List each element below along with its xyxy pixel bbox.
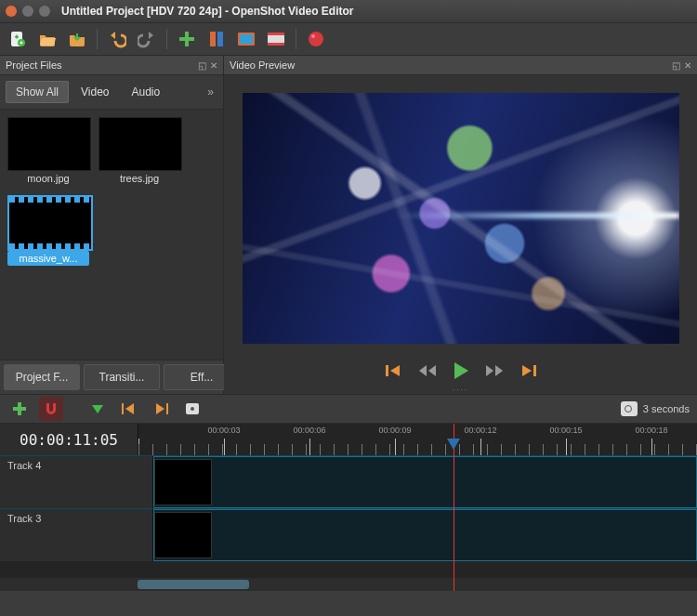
track-row: Track 3 xyxy=(0,508,697,561)
magnet-icon xyxy=(44,401,59,416)
rewind-button[interactable] xyxy=(418,361,437,380)
track-name: Track 3 xyxy=(7,513,41,524)
svg-point-24 xyxy=(191,407,194,411)
tab-transitions[interactable]: Transiti... xyxy=(84,364,160,390)
track-lane[interactable] xyxy=(153,456,697,508)
play-button[interactable] xyxy=(452,361,470,380)
add-marker-button[interactable] xyxy=(85,397,110,421)
window-minimize-button[interactable] xyxy=(22,6,33,17)
save-icon xyxy=(68,30,86,48)
svg-rect-22 xyxy=(166,403,168,414)
tick-label: 00:00:03 xyxy=(207,426,240,435)
svg-rect-14 xyxy=(268,43,284,46)
close-panel-icon[interactable]: ✕ xyxy=(684,60,691,71)
separator xyxy=(296,29,296,49)
tab-project-files[interactable]: Project F... xyxy=(4,364,80,390)
svg-rect-20 xyxy=(13,407,26,411)
timeline-hscrollbar[interactable] xyxy=(0,578,697,591)
center-playhead-button[interactable] xyxy=(180,397,204,421)
project-file-item[interactable]: trees.jpg xyxy=(99,117,180,186)
svg-rect-2 xyxy=(16,35,18,39)
record-icon xyxy=(307,30,325,48)
redo-button[interactable] xyxy=(135,27,159,51)
choose-profile-button[interactable] xyxy=(204,27,229,51)
center-icon xyxy=(185,402,200,415)
separator xyxy=(166,29,167,49)
record-button[interactable] xyxy=(304,27,328,51)
track-row: Track 4 xyxy=(0,455,697,508)
video-preview-header: Video Preview ◱ ✕ xyxy=(224,56,697,75)
preview-frame[interactable] xyxy=(243,93,679,344)
timeline-ruler[interactable]: 00:00:03 00:00:06 00:00:09 00:00:12 00:0… xyxy=(138,424,697,455)
snap-button[interactable] xyxy=(39,397,63,421)
timeline-toolbar: 3 seconds xyxy=(0,394,697,424)
marker-down-icon xyxy=(91,402,104,415)
track-header[interactable]: Track 4 xyxy=(0,456,153,508)
project-files-title: Project Files xyxy=(6,59,62,71)
detach-panel-icon[interactable]: ◱ xyxy=(198,60,206,71)
scrollbar-thumb[interactable] xyxy=(138,580,249,589)
prev-marker-button[interactable] xyxy=(117,397,141,421)
window-close-button[interactable] xyxy=(6,6,17,17)
close-panel-icon[interactable]: ✕ xyxy=(210,60,217,71)
project-file-item[interactable]: massive_w... xyxy=(7,195,89,266)
redo-icon xyxy=(138,30,156,48)
jump-end-button[interactable] xyxy=(519,361,537,380)
zoom-slider-icon[interactable] xyxy=(621,401,638,416)
jump-start-icon xyxy=(386,363,402,378)
add-track-button[interactable] xyxy=(7,397,32,421)
ruler-row: 00:00:11:05 00:00:03 00:00:06 00:00:09 0… xyxy=(0,424,697,455)
playhead[interactable] xyxy=(454,424,454,591)
svg-rect-5 xyxy=(20,42,21,45)
track-lane[interactable] xyxy=(153,509,697,561)
tick-label: 00:00:09 xyxy=(378,426,411,435)
export-video-button[interactable] xyxy=(264,27,288,51)
preview-area xyxy=(224,75,697,353)
import-files-button[interactable] xyxy=(175,27,199,51)
timeline-clip[interactable] xyxy=(154,459,212,505)
project-files-grid[interactable]: moon.jpg trees.jpg massive_w... xyxy=(0,110,223,360)
detach-panel-icon[interactable]: ◱ xyxy=(672,60,680,71)
save-project-button[interactable] xyxy=(65,27,89,51)
undo-button[interactable] xyxy=(105,27,129,51)
timeline-clip[interactable] xyxy=(154,512,212,558)
middle-area: Project Files ◱ ✕ Show All Video Audio »… xyxy=(0,56,697,394)
filter-show-all[interactable]: Show All xyxy=(6,81,69,103)
fast-forward-button[interactable] xyxy=(485,361,504,380)
window-title: Untitled Project [HDV 720 24p] - OpenSho… xyxy=(61,5,353,18)
next-marker-icon xyxy=(153,402,168,415)
separator xyxy=(97,29,98,49)
track-name: Track 4 xyxy=(7,460,41,471)
filter-video[interactable]: Video xyxy=(71,81,119,103)
track-header[interactable]: Track 3 xyxy=(0,509,153,561)
project-file-item[interactable]: moon.jpg xyxy=(7,117,89,186)
svg-rect-9 xyxy=(217,32,223,46)
zoom-label: 3 seconds xyxy=(643,403,690,414)
video-preview-panel: Video Preview ◱ ✕ xyxy=(224,56,697,394)
fullscreen-button[interactable] xyxy=(234,27,258,51)
export-icon xyxy=(267,32,285,46)
tick-label: 00:00:06 xyxy=(293,426,325,435)
svg-point-15 xyxy=(309,32,323,46)
jump-end-icon xyxy=(519,363,536,378)
window-maximize-button[interactable] xyxy=(39,6,50,17)
ruler-minor-ticks xyxy=(138,444,697,455)
open-project-button[interactable] xyxy=(35,27,59,51)
splitter-handle[interactable]: ···· xyxy=(224,388,697,394)
jump-start-button[interactable] xyxy=(385,361,403,380)
svg-rect-11 xyxy=(240,34,253,44)
next-marker-button[interactable] xyxy=(149,397,173,421)
thumbnail-label: massive_w... xyxy=(7,251,89,266)
new-project-button[interactable] xyxy=(6,27,30,51)
filter-audio[interactable]: Audio xyxy=(122,81,171,103)
filter-overflow-button[interactable]: » xyxy=(204,85,217,98)
svg-point-16 xyxy=(311,34,315,38)
main-toolbar xyxy=(0,23,697,56)
tick-label: 00:00:15 xyxy=(549,426,582,435)
current-timecode[interactable]: 00:00:11:05 xyxy=(0,424,138,455)
timeline: 00:00:11:05 00:00:03 00:00:06 00:00:09 0… xyxy=(0,424,697,591)
rewind-icon xyxy=(418,363,437,378)
zoom-indicator: 3 seconds xyxy=(621,401,690,416)
thumbnail-image xyxy=(99,117,182,171)
transport-controls xyxy=(224,353,697,388)
